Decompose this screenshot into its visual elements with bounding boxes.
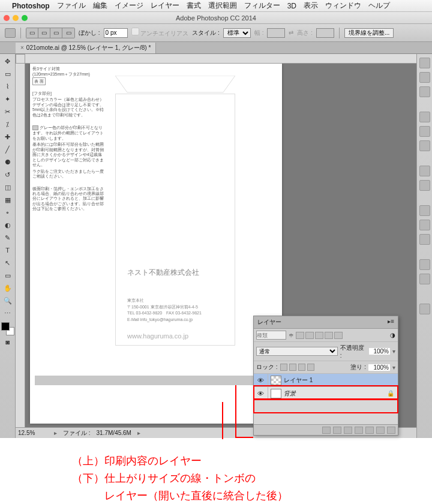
type-tool-icon[interactable]: T xyxy=(1,244,14,256)
filter-toggle-icon[interactable]: ◑ xyxy=(390,332,395,338)
panel-icon-13[interactable] xyxy=(419,274,430,284)
panel-icon-1[interactable] xyxy=(419,58,430,68)
menu-layer[interactable]: レイヤー xyxy=(151,1,179,11)
menu-filter[interactable]: フィルター xyxy=(244,1,280,11)
visibility-icon[interactable]: 👁 xyxy=(254,374,268,386)
adjustment-icon[interactable] xyxy=(355,427,363,434)
zoom-level[interactable]: 12.5% xyxy=(18,430,48,436)
gradient-tool-icon[interactable]: ▦ xyxy=(1,194,14,206)
panel-icon-4[interactable] xyxy=(419,112,430,122)
new-layer-icon[interactable] xyxy=(376,427,385,434)
eyedropper-tool-icon[interactable]: ⁒ xyxy=(1,118,14,130)
path-tool-icon[interactable]: ↖ xyxy=(1,257,14,269)
status-menu-icon[interactable]: ▸ xyxy=(137,430,140,436)
brush-tool-icon[interactable]: ╱ xyxy=(1,143,14,155)
filter-adjust-icon[interactable] xyxy=(305,332,314,339)
sel-add-icon[interactable]: ▭ xyxy=(38,28,50,38)
minimize-button[interactable] xyxy=(13,15,19,21)
layer-name[interactable]: 背景 xyxy=(284,389,387,398)
zoom-tool-icon[interactable]: 🔍 xyxy=(1,295,14,307)
layer-row[interactable]: 👁 レイヤー 1 xyxy=(254,374,398,387)
lasso-tool-icon[interactable]: ⌇ xyxy=(1,80,14,92)
menu-app[interactable]: Photoshop xyxy=(12,2,50,10)
menu-image[interactable]: イメージ xyxy=(115,1,143,11)
fg-color-icon[interactable] xyxy=(1,322,10,331)
menu-window[interactable]: ウィンドウ xyxy=(325,1,361,11)
panel-icon-2[interactable] xyxy=(419,72,430,83)
sel-intersect-icon[interactable]: ▭ xyxy=(62,28,74,38)
filter-type-icon[interactable] xyxy=(315,332,323,339)
lock-pixels-icon[interactable] xyxy=(289,364,296,371)
eraser-tool-icon[interactable]: ◫ xyxy=(1,181,14,193)
panel-icon-12[interactable] xyxy=(419,259,430,270)
blend-mode-select[interactable]: 通常 xyxy=(256,347,338,356)
lock-transparent-icon[interactable] xyxy=(280,364,287,371)
layer-name[interactable]: レイヤー 1 xyxy=(284,376,398,385)
crop-tool-icon[interactable]: ✂ xyxy=(1,106,14,118)
edit-toolbar-icon[interactable]: ⋯ xyxy=(1,307,14,319)
mask-icon[interactable] xyxy=(344,427,352,434)
antialias-checkbox[interactable]: アンチエイリアス xyxy=(131,28,189,38)
visibility-icon[interactable]: 👁 xyxy=(254,387,268,400)
layer-row[interactable]: 👁 背景 🔒 xyxy=(254,387,398,400)
document-tab[interactable]: × 021omote.ai @ 12.5% (レイヤー 1, グレー/8) * xyxy=(16,43,156,53)
lock-position-icon[interactable] xyxy=(298,364,305,371)
group-icon[interactable] xyxy=(365,427,374,434)
menu-type[interactable]: 書式 xyxy=(187,1,201,11)
panel-icon-10[interactable] xyxy=(419,220,430,230)
hand-tool-icon[interactable]: ✋ xyxy=(1,282,14,294)
wand-tool-icon[interactable]: ✦ xyxy=(1,93,14,105)
healing-tool-icon[interactable]: ✚ xyxy=(1,131,14,143)
close-button[interactable] xyxy=(4,15,10,21)
layer-filter-input[interactable] xyxy=(256,331,286,340)
layers-panel-tab[interactable]: レイヤー▸≡ xyxy=(254,316,398,329)
layer-thumbnail[interactable] xyxy=(271,376,281,385)
panel-menu-icon[interactable]: ▸≡ xyxy=(388,318,394,326)
shape-tool-icon[interactable]: ▭ xyxy=(1,269,14,281)
panel-icon-5[interactable] xyxy=(419,126,430,137)
quickmask-icon[interactable]: ◙ xyxy=(1,336,14,348)
menu-file[interactable]: ファイル xyxy=(57,1,86,11)
dodge-tool-icon[interactable]: ◐ xyxy=(1,219,14,231)
menu-edit[interactable]: 編集 xyxy=(93,1,107,11)
filter-pixel-icon[interactable] xyxy=(296,332,304,339)
move-tool-icon[interactable]: ✥ xyxy=(1,55,14,67)
layer-thumbnail[interactable] xyxy=(271,389,281,398)
feather-input[interactable] xyxy=(104,28,128,38)
panel-icon-7[interactable] xyxy=(419,166,430,176)
tab-close-icon[interactable]: × xyxy=(20,44,24,51)
ruler-horizontal[interactable] xyxy=(25,54,416,64)
filter-smart-icon[interactable] xyxy=(334,332,343,339)
sel-sub-icon[interactable]: ▭ xyxy=(50,28,62,38)
ruler-vertical[interactable] xyxy=(16,64,25,427)
refine-edge-button[interactable]: 境界線を調整... xyxy=(344,28,394,38)
width-input[interactable] xyxy=(267,28,285,38)
blur-tool-icon[interactable]: ∘ xyxy=(1,206,14,218)
ruler-origin[interactable] xyxy=(16,54,25,64)
panel-icon-14[interactable] xyxy=(419,304,430,314)
status-arrow-icon[interactable]: ▸ xyxy=(54,430,57,436)
panel-icon-8[interactable] xyxy=(419,180,430,191)
delete-layer-icon[interactable] xyxy=(387,427,395,434)
fx-icon[interactable] xyxy=(333,427,341,434)
opacity-input[interactable]: 100% xyxy=(369,348,390,355)
menu-select[interactable]: 選択範囲 xyxy=(208,1,237,11)
menu-3d[interactable]: 3D xyxy=(287,2,296,10)
link-layers-icon[interactable] xyxy=(322,427,331,434)
color-swatches[interactable] xyxy=(1,322,14,335)
history-brush-tool-icon[interactable]: ↺ xyxy=(1,169,14,181)
marquee-tool-icon[interactable]: ▭ xyxy=(1,68,14,80)
menu-help[interactable]: ヘルプ xyxy=(368,1,390,11)
menu-view[interactable]: 表示 xyxy=(304,1,318,11)
style-select[interactable]: 標準 xyxy=(223,28,251,38)
panel-icon-11[interactable] xyxy=(419,234,430,245)
tool-preset-icon[interactable] xyxy=(5,28,16,38)
swap-icon[interactable]: ⇄ xyxy=(289,29,293,36)
zoom-button[interactable] xyxy=(22,15,28,21)
pen-tool-icon[interactable]: ✎ xyxy=(1,232,14,244)
panel-icon-3[interactable] xyxy=(419,86,430,97)
panel-icon-9[interactable] xyxy=(419,205,430,216)
panel-icon-6[interactable] xyxy=(419,140,430,151)
height-input[interactable] xyxy=(316,28,334,38)
lock-all-icon[interactable] xyxy=(307,364,314,371)
